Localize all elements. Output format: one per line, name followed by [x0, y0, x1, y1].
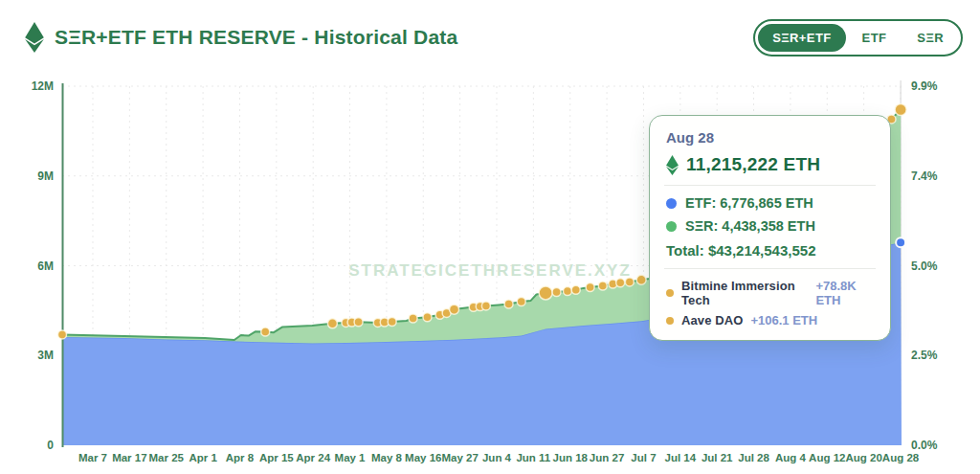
- tooltip-total-usd: Total: $43,214,543,552: [666, 242, 876, 259]
- x-tick-label: Jun 4: [482, 452, 512, 463]
- event-dot-icon[interactable]: [261, 327, 270, 336]
- event-dot-icon[interactable]: [563, 287, 571, 296]
- event-name: Bitmine Immersion Tech: [681, 279, 808, 307]
- x-tick-label: Jul 7: [631, 452, 656, 463]
- event-dot-icon[interactable]: [586, 283, 594, 292]
- tooltip-event-row: Bitmine Immersion Tech +78.8K ETH: [666, 279, 876, 307]
- x-tick-label: Aug 12: [809, 452, 845, 463]
- event-dot-icon[interactable]: [598, 282, 607, 290]
- event-dot-icon[interactable]: [409, 314, 417, 323]
- event-dot-icon[interactable]: [636, 275, 646, 284]
- chart-tooltip: Aug 28 11,215,222 ETH ETF: 6,776,865 ETH…: [649, 115, 891, 341]
- x-tick-label: Mar 7: [78, 452, 107, 463]
- event-dot-icon[interactable]: [616, 279, 625, 287]
- tooltip-divider: [664, 268, 876, 269]
- ser-dot-icon: [666, 221, 677, 232]
- x-tick-label: May 8: [371, 452, 403, 463]
- tooltip-event-row: Aave DAO +106.1 ETH: [666, 313, 876, 327]
- x-axis-labels: Mar 7Mar 17Mar 25Apr 1Apr 8Apr 15Apr 24M…: [78, 452, 920, 463]
- x-tick-label: Mar 17: [112, 452, 146, 463]
- tooltip-date: Aug 28: [666, 129, 876, 146]
- event-dot-icon[interactable]: [58, 330, 67, 339]
- x-tick-label: Apr 15: [259, 452, 294, 463]
- event-dot-icon[interactable]: [354, 318, 363, 327]
- x-tick-label: Apr 8: [226, 452, 255, 463]
- event-dot-icon[interactable]: [481, 302, 490, 310]
- tooltip-total-eth: 11,215,222 ETH: [666, 154, 876, 175]
- event-dot-icon[interactable]: [539, 286, 552, 300]
- tooltip-etf-value: ETF: 6,776,865 ETH: [685, 195, 813, 211]
- x-tick-label: Jun 18: [553, 452, 589, 463]
- y2-tick-label: 7.4%: [911, 169, 938, 183]
- tooltip-ser-row: SΞR: 4,438,358 ETH: [666, 218, 876, 234]
- x-tick-label: Apr 1: [189, 452, 217, 463]
- x-tick-label: May 1: [335, 452, 367, 463]
- event-dot-icon: [666, 317, 674, 325]
- y2-tick-label: 5.0%: [911, 260, 938, 273]
- etf-dot-icon: [666, 198, 677, 209]
- event-amount: +78.8K ETH: [815, 279, 876, 307]
- event-dot-icon[interactable]: [388, 317, 396, 326]
- y2-tick-label: 0.0%: [911, 439, 938, 452]
- x-tick-label: Jul 28: [738, 452, 769, 463]
- x-tick-label: Mar 25: [149, 452, 185, 463]
- x-tick-label: Aug 4: [775, 452, 807, 463]
- y-axis-left-labels: 03M6M9M12M: [32, 79, 55, 452]
- x-tick-label: Apr 24: [296, 452, 330, 463]
- tooltip-ser-value: SΞR: 4,438,358 ETH: [685, 218, 815, 234]
- hover-etf-dot-icon[interactable]: [896, 237, 905, 247]
- event-dot-icon[interactable]: [450, 305, 459, 314]
- event-dot-icon: [666, 289, 674, 297]
- watermark: STRATEGICETHRESERVE.XYZ: [348, 261, 632, 280]
- event-amount: +106.1 ETH: [750, 313, 817, 327]
- event-dot-icon[interactable]: [625, 278, 634, 286]
- tooltip-total-eth-value: 11,215,222 ETH: [686, 154, 820, 175]
- event-name: Aave DAO: [681, 313, 743, 327]
- event-dot-icon[interactable]: [504, 300, 513, 308]
- event-dot-icon[interactable]: [517, 298, 525, 306]
- event-dot-icon[interactable]: [423, 313, 432, 322]
- x-tick-label: Jun 11: [516, 452, 550, 463]
- event-dot-icon[interactable]: [552, 288, 561, 297]
- y-tick-label: 0: [47, 439, 54, 452]
- event-dot-icon[interactable]: [895, 104, 906, 116]
- event-dot-icon[interactable]: [327, 319, 337, 328]
- x-tick-label: Jul 21: [702, 452, 733, 463]
- ethereum-icon: [666, 155, 679, 175]
- x-tick-label: Aug 20: [845, 452, 881, 463]
- x-tick-label: Jul 14: [665, 452, 697, 463]
- x-tick-label: Aug 28: [882, 452, 920, 463]
- x-tick-label: May 16: [405, 452, 441, 463]
- y-tick-label: 9M: [37, 169, 54, 183]
- y-tick-label: 12M: [32, 79, 54, 93]
- y-tick-label: 6M: [37, 260, 54, 273]
- y-tick-label: 3M: [37, 349, 54, 362]
- y2-tick-label: 9.9%: [911, 79, 938, 93]
- event-dot-icon[interactable]: [571, 285, 580, 294]
- tooltip-etf-row: ETF: 6,776,865 ETH: [666, 195, 876, 211]
- y-axis-right-labels: 0.0%2.5%5.0%7.4%9.9%: [911, 79, 938, 452]
- tooltip-divider: [664, 185, 876, 186]
- x-tick-label: Jun 27: [590, 452, 624, 463]
- y2-tick-label: 2.5%: [911, 349, 938, 362]
- x-tick-label: May 27: [441, 452, 478, 463]
